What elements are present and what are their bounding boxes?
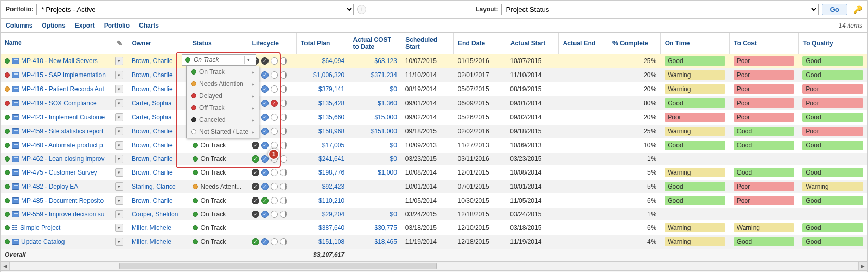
status-option[interactable]: Delayed ▸ [187,90,259,102]
table-row[interactable]: MP-460 - Automate product p ▾ Brown, Cha… [1,139,867,153]
status-cell[interactable]: On Track [193,211,244,218]
project-link[interactable]: MP-423 - Implement Custome [21,114,105,121]
menu-options[interactable]: Options [42,22,65,29]
owner-cell[interactable]: Miller, Michele [127,235,188,249]
table-row[interactable]: Update Catalog ▾ Miller, Michele On Trac… [1,235,867,249]
row-menu-dropdown-icon[interactable]: ▾ [115,168,123,177]
table-row[interactable]: MP-475 - Customer Survey ▾ Brown, Charli… [1,166,867,180]
project-link[interactable]: MP-410 - New Mail Servers [21,57,98,65]
owner-cell[interactable]: Miller, Michele [127,221,188,235]
add-portfolio-button[interactable]: + [357,5,366,14]
col-toquality[interactable]: To Quality [798,33,867,54]
row-menu-dropdown-icon[interactable]: ▾ [115,57,123,65]
status-editor[interactable]: On Track ▾ [182,54,256,66]
layout-select[interactable]: Project Status [501,4,819,15]
col-pctcomplete[interactable]: % Complete [608,33,660,54]
menu-columns[interactable]: Columns [6,22,32,29]
status-option[interactable]: Not Started / Late ▸ [187,126,259,138]
owner-cell[interactable]: Brown, Charlie [127,194,188,208]
lifecycle-cell[interactable]: ✓✓ [252,142,292,149]
owner-cell[interactable]: Cooper, Sheldon [127,208,188,221]
status-cell[interactable]: Needs Attent... [193,183,244,190]
project-link[interactable]: Simple Project [20,224,60,231]
table-row[interactable]: MP-482 - Deploy EA ▾ Starling, Clarice N… [1,180,867,194]
status-option[interactable]: On Track ▸ [187,66,259,78]
col-name[interactable]: Name ✎ [1,33,127,54]
gear-icon[interactable]: ✎ [117,39,123,47]
row-menu-dropdown-icon[interactable]: ▾ [115,182,123,191]
status-cell[interactable]: On Track [193,155,244,163]
col-owner[interactable]: Owner [127,33,188,54]
owner-cell[interactable]: Brown, Charlie [127,82,188,96]
menu-export[interactable]: Export [75,22,95,29]
row-menu-dropdown-icon[interactable]: ▾ [115,113,123,121]
project-link[interactable]: MP-419 - SOX Compliance [21,100,97,107]
owner-cell[interactable]: Brown, Charlie [127,54,188,68]
status-cell[interactable]: On Track [193,224,244,231]
lifecycle-cell[interactable]: ✓✓ [252,155,292,163]
project-link[interactable]: MP-416 - Patient Records Aut [21,85,104,93]
lifecycle-cell[interactable]: ✓✓ [252,211,292,218]
project-link[interactable]: MP-460 - Automate product p [21,142,103,149]
portfolio-select[interactable]: * Projects - Active [36,4,354,15]
row-menu-dropdown-icon[interactable]: ▾ [115,71,123,79]
col-actualcost[interactable]: Actual COST to Date [349,33,401,54]
project-link[interactable]: MP-462 - Lean closing improv [21,155,104,163]
col-tocost[interactable]: To Cost [730,33,799,54]
owner-cell[interactable]: Brown, Charlie [127,68,188,82]
row-menu-dropdown-icon[interactable]: ▾ [115,196,123,205]
table-row[interactable]: MP-459 - Site statistics report ▾ Brown,… [1,125,867,139]
owner-cell[interactable]: Brown, Charlie [127,125,188,139]
row-menu-dropdown-icon[interactable]: ▾ [115,99,123,107]
project-link[interactable]: MP-415 - SAP Implementation [21,71,106,79]
table-row[interactable]: MP-410 - New Mail Servers ▾ Brown, Charl… [1,54,867,68]
lifecycle-cell[interactable]: ✓✓ [252,197,292,204]
lifecycle-cell[interactable]: ✓✓ [252,57,292,65]
status-editor-dropdown-icon[interactable]: ▾ [244,56,252,64]
status-dropdown-popup[interactable]: On Track ▸ Needs Attention ▸ Delayed ▸ O… [186,66,259,138]
status-option[interactable]: Canceled ▸ [187,114,259,126]
col-status[interactable]: Status [188,33,248,54]
menu-charts[interactable]: Charts [139,22,159,29]
status-cell[interactable]: On Track [193,197,244,204]
col-lifecycle[interactable]: Lifecycle [248,33,296,54]
lifecycle-cell[interactable]: ✓✓ [252,183,292,190]
horizontal-scrollbar[interactable]: ◄ ► [1,261,867,270]
scroll-thumb[interactable] [119,263,437,269]
col-schedstart[interactable]: Scheduled Start [401,33,454,54]
lifecycle-cell[interactable]: ✓✓ [252,238,292,245]
table-row[interactable]: ☷ Simple Project ▾ Miller, Michele On Tr… [1,221,867,235]
owner-cell[interactable]: Carter, Sophia [127,110,188,125]
project-link[interactable]: MP-485 - Document Reposito [21,197,104,204]
owner-cell[interactable]: Brown, Charlie [127,139,188,153]
status-option[interactable]: Off Track ▸ [187,102,259,114]
table-row[interactable]: MP-485 - Document Reposito ▾ Brown, Char… [1,194,867,208]
status-cell[interactable]: On Track [193,142,244,149]
col-ontime[interactable]: On Time [660,33,730,54]
lifecycle-cell[interactable]: ✓✓ [252,169,292,176]
col-actualstart[interactable]: Actual Start [506,33,558,54]
table-row[interactable]: MP-415 - SAP Implementation ▾ Brown, Cha… [1,68,867,82]
table-row[interactable]: MP-462 - Lean closing improv ▾ Brown, Ch… [1,153,867,166]
col-actualend[interactable]: Actual End [558,33,608,54]
status-cell[interactable]: On Track [193,238,244,245]
table-row[interactable]: MP-416 - Patient Records Aut ▾ Brown, Ch… [1,82,867,96]
owner-cell[interactable]: Brown, Charlie [127,153,188,166]
row-menu-dropdown-icon[interactable]: ▾ [115,127,123,135]
status-cell[interactable]: On Track [193,169,244,176]
status-option[interactable]: Needs Attention ▸ [187,78,259,90]
scroll-right-arrow[interactable]: ► [858,262,867,270]
row-menu-dropdown-icon[interactable]: ▾ [115,141,123,150]
row-menu-dropdown-icon[interactable]: ▾ [115,224,123,232]
project-link[interactable]: MP-559 - Improve decision su [21,211,104,218]
project-link[interactable]: MP-459 - Site statistics report [21,128,103,135]
row-menu-dropdown-icon[interactable]: ▾ [115,238,123,246]
col-totalplan[interactable]: Total Plan [296,33,349,54]
row-menu-dropdown-icon[interactable]: ▾ [115,85,123,93]
key-icon[interactable]: 🔑 [853,5,862,14]
project-link[interactable]: Update Catalog [21,238,65,245]
row-menu-dropdown-icon[interactable]: ▾ [115,210,123,218]
table-row[interactable]: MP-419 - SOX Compliance ▾ Carter, Sophia… [1,96,867,110]
row-menu-dropdown-icon[interactable]: ▾ [115,155,123,163]
project-link[interactable]: MP-475 - Customer Survey [21,169,97,176]
